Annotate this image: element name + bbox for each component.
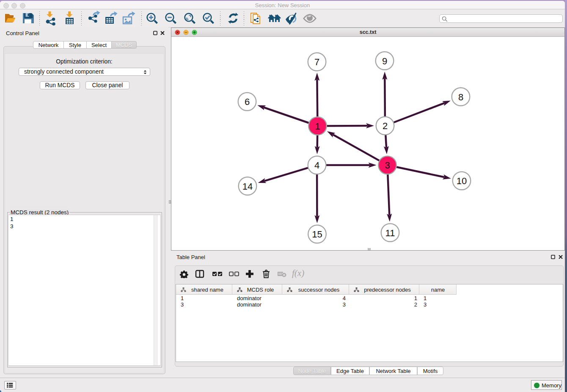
svg-text:1: 1 — [315, 121, 320, 132]
svg-text:10: 10 — [457, 176, 467, 186]
svg-text:15: 15 — [312, 229, 322, 240]
svg-text:9: 9 — [382, 56, 387, 66]
svg-text:2: 2 — [383, 121, 388, 131]
svg-text:7: 7 — [314, 57, 319, 67]
svg-text:8: 8 — [458, 92, 463, 102]
svg-text:4: 4 — [314, 160, 319, 171]
svg-text:11: 11 — [385, 228, 395, 238]
svg-text:14: 14 — [242, 181, 253, 192]
svg-text:3: 3 — [385, 160, 390, 171]
svg-text:6: 6 — [245, 97, 250, 107]
